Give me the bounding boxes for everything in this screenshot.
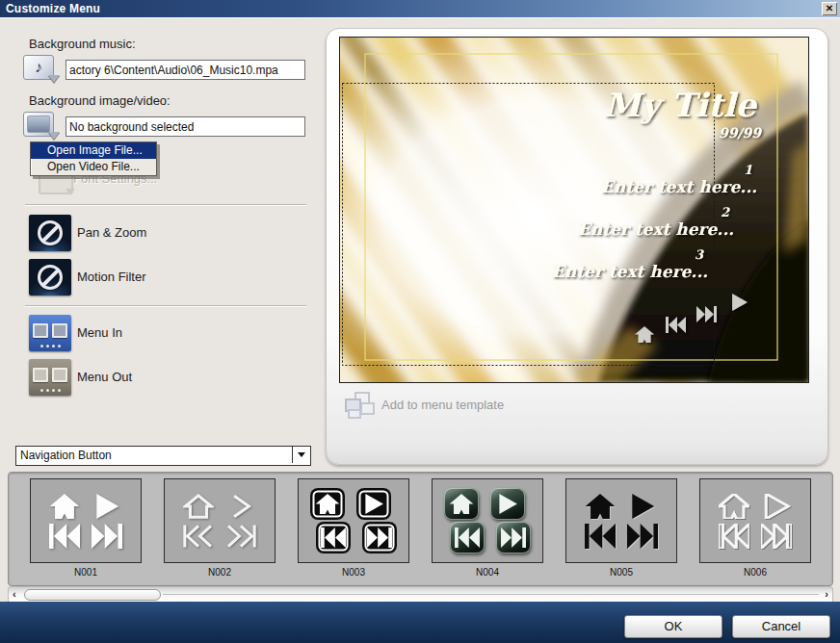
pan-zoom-thumbnail	[29, 215, 71, 251]
skip-back-icon	[585, 524, 616, 549]
scroll-right-arrow[interactable]: ›	[825, 588, 828, 600]
dropdown-arrow-icon	[48, 132, 60, 140]
tile-label: N002	[208, 567, 231, 578]
nav-style-tile-n003[interactable]: N003	[297, 478, 410, 579]
skip-back-outline-icon	[719, 524, 749, 549]
tile-label: N005	[610, 567, 633, 578]
home-icon	[315, 494, 340, 514]
skip-forward-icon	[367, 527, 392, 548]
chevron-right-icon	[225, 494, 256, 519]
divider	[25, 305, 306, 307]
preview-item-3-number: 3	[695, 247, 704, 262]
preview-item-2-number: 2	[721, 205, 730, 219]
dropdown-arrow-icon	[48, 75, 60, 83]
motion-filter-option[interactable]: Motion Filter	[23, 259, 293, 299]
disabled-circle-icon	[38, 220, 63, 245]
motion-filter-label: Motion Filter	[77, 270, 146, 284]
nav-style-tile-n004[interactable]: N004	[431, 478, 544, 579]
menu-in-option[interactable]: Menu In	[23, 315, 293, 355]
play-icon	[495, 494, 520, 514]
home-icon	[49, 494, 80, 519]
background-context-menu: Open Image File... Open Video File...	[30, 141, 157, 176]
skip-back-icon	[49, 524, 80, 549]
menu-in-label: Menu In	[77, 325, 122, 340]
play-outline-icon	[761, 494, 792, 519]
menu-item-open-image-file[interactable]: Open Image File...	[31, 142, 156, 159]
background-music-input[interactable]	[66, 60, 305, 80]
nav-style-tile-n006[interactable]: N006	[698, 478, 812, 579]
disabled-circle-icon	[38, 265, 63, 290]
nav-style-tile-n001[interactable]: N001	[29, 478, 143, 579]
play-icon	[627, 494, 658, 519]
home-outline-icon	[183, 494, 214, 519]
menu-template-icon	[345, 392, 374, 417]
nav-style-tile-n002[interactable]: N002	[163, 478, 276, 579]
close-button[interactable]: ✕	[822, 2, 837, 15]
menu-out-label: Menu Out	[77, 370, 132, 384]
window-title: Customize Menu	[6, 2, 100, 15]
button-style-strip: N001 N002	[8, 472, 833, 586]
ok-button[interactable]: OK	[624, 615, 722, 638]
chevrons-left-icon	[183, 524, 214, 549]
pan-zoom-label: Pan & Zoom	[77, 225, 146, 240]
home-icon	[449, 494, 474, 514]
tile-label: N003	[342, 567, 365, 578]
skip-forward-icon	[501, 527, 526, 548]
preview-item-1-number: 1	[744, 163, 752, 177]
add-to-menu-template-option[interactable]: Add to menu template	[345, 392, 576, 421]
cancel-button[interactable]: Cancel	[732, 615, 830, 638]
preview-item-2-text[interactable]: Enter text here...	[578, 219, 734, 239]
play-icon	[92, 494, 122, 519]
skip-forward-icon	[92, 524, 122, 549]
skip-back-icon	[455, 527, 480, 548]
menu-preview-canvas[interactable]: My Title 99/99 1 Enter text here... 2 En…	[340, 38, 808, 382]
background-image-input[interactable]	[66, 116, 305, 137]
motion-filter-thumbnail	[29, 259, 71, 296]
scrollbar-thumb[interactable]	[24, 589, 161, 601]
dialog-client-area: Background music: ♪ Background image/vid…	[0, 17, 840, 603]
home-icon	[585, 494, 616, 519]
music-picker-button[interactable]: ♪	[23, 55, 60, 83]
menu-in-thumbnail	[29, 315, 71, 351]
pan-zoom-option[interactable]: Pan & Zoom	[23, 215, 293, 255]
title-bar[interactable]: Customize Menu ✕	[0, 0, 840, 17]
menu-out-option[interactable]: Menu Out	[23, 359, 293, 399]
divider	[25, 204, 306, 206]
menu-out-thumbnail	[29, 359, 71, 396]
menu-preview[interactable]: My Title 99/99 1 Enter text here... 2 En…	[339, 37, 809, 383]
add-to-menu-template-label: Add to menu template	[381, 398, 504, 412]
preview-page-indicator: 99/99	[719, 125, 762, 141]
background-image-label: Background image/video:	[29, 93, 171, 108]
dropdown-selected-value: Navigation Button	[20, 449, 112, 462]
tile-label: N001	[74, 567, 97, 578]
object-type-dropdown[interactable]: Navigation Button	[15, 446, 311, 466]
tile-label: N004	[476, 567, 499, 578]
chevron-down-icon	[298, 452, 305, 457]
preview-menu-title[interactable]: My Title	[604, 86, 758, 124]
preview-item-3-text[interactable]: Enter text here...	[552, 262, 708, 281]
dialog-footer: OK Cancel	[0, 602, 840, 643]
tile-label: N006	[744, 567, 767, 578]
menu-item-open-video-file[interactable]: Open Video File...	[31, 159, 156, 175]
skip-forward-outline-icon	[761, 524, 792, 549]
home-outline-icon	[719, 494, 749, 519]
background-music-label: Background music:	[29, 37, 136, 51]
skip-forward-icon	[627, 524, 658, 549]
preview-item-1-text[interactable]: Enter text here...	[601, 177, 757, 196]
nav-style-tile-n005[interactable]: N005	[564, 478, 678, 579]
chevrons-right-icon	[225, 524, 256, 549]
image-picker-button[interactable]	[23, 112, 60, 140]
scrollbar-track[interactable]	[163, 594, 819, 595]
play-icon	[361, 494, 386, 514]
skip-back-icon	[321, 527, 346, 548]
customize-menu-dialog: Customize Menu ✕ Background music: ♪ Bac…	[0, 0, 840, 643]
dropdown-button[interactable]	[292, 447, 310, 463]
scroll-left-arrow[interactable]: ‹	[13, 588, 16, 600]
